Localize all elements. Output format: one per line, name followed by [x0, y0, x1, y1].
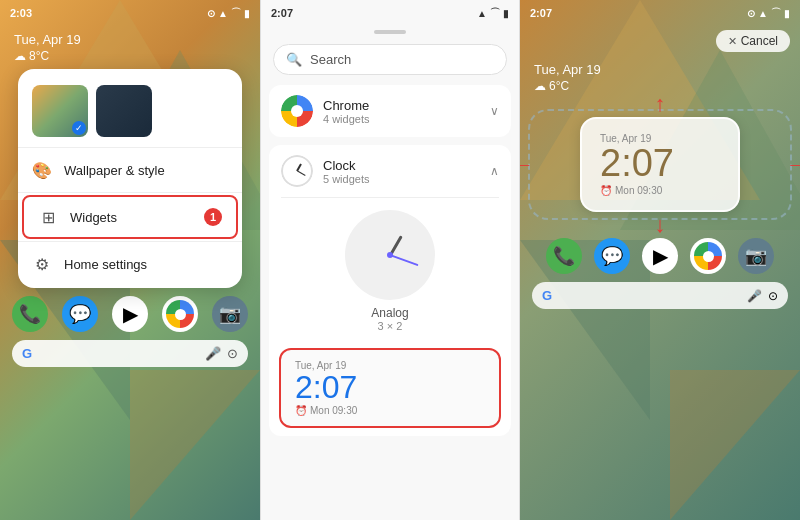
context-menu: ✓ 🎨 Wallpaper & style ⊞ Widgets 1 ⚙ Home…	[18, 69, 242, 288]
p3-notif-icon: ⊙	[747, 8, 755, 19]
p3-mic-icon[interactable]: 🎤	[747, 289, 762, 303]
clock-row-count: 5 widgets	[323, 173, 490, 185]
p3-dock-camera[interactable]: 📷	[738, 238, 774, 274]
alarm-icon: ⏰	[295, 405, 307, 416]
arrow-right-icon: →	[786, 154, 800, 176]
chrome-chevron-icon: ∨	[490, 104, 499, 118]
panel3-status-bar: 2:07 ⊙ ▲ ⌒ ▮	[520, 0, 800, 24]
p3-dock-phone[interactable]: 📞	[546, 238, 582, 274]
digital-clock-widget[interactable]: Tue, Apr 19 2:07 ⏰ Mon 09:30	[279, 348, 501, 428]
panel1-status-bar: 2:03 ⊙ ▲ ⌒ ▮	[0, 0, 260, 24]
panel2-widget-picker: 2:07 ▲ ⌒ ▮ 🔍 Search Chrome 4 widgets ∨	[260, 0, 520, 520]
menu-item-widgets[interactable]: ⊞ Widgets 1	[22, 195, 238, 239]
p3-lens-icon[interactable]: ⊙	[768, 289, 778, 303]
dcw-alarm: ⏰ Mon 09:30	[295, 405, 357, 416]
dock-phone-icon[interactable]: 📞	[12, 296, 48, 332]
p3-google-g-icon: G	[542, 288, 552, 303]
chrome-widget-row[interactable]: Chrome 4 widgets ∨	[269, 85, 511, 137]
analog-center-dot	[387, 252, 393, 258]
p2-signal-icon: ▲	[477, 8, 487, 19]
panel1-homescreen: 2:03 ⊙ ▲ ⌒ ▮ Tue, Apr 19 ☁ 8°C ✓	[0, 0, 260, 520]
p2-wifi-icon: ⌒	[490, 6, 500, 20]
dcw-alarm-text: Mon 09:30	[310, 405, 357, 416]
clock-chevron-icon: ∧	[490, 164, 499, 178]
cancel-bar: ✕ Cancel	[520, 24, 800, 56]
p3-dock-messages[interactable]: 💬	[594, 238, 630, 274]
panel2-handle	[374, 30, 406, 34]
dock-messages-icon[interactable]: 💬	[62, 296, 98, 332]
analog-clock-widget[interactable]: Analog 3 × 2	[269, 198, 511, 340]
wallpaper-thumb-geo[interactable]: ✓	[32, 85, 88, 137]
panel1-weather: ☁ 8°C	[14, 49, 246, 63]
panel1-date: Tue, Apr 19	[14, 32, 246, 47]
p2-battery-icon: ▮	[503, 8, 509, 19]
wallpaper-label: Wallpaper & style	[64, 163, 228, 178]
clock-widget-section: Clock 5 widgets ∧ Analog 3 × 2 Tue, Apr …	[269, 145, 511, 436]
cancel-x-icon: ✕	[728, 35, 737, 48]
wallpaper-selected-check: ✓	[72, 121, 86, 135]
panel2-search-bar[interactable]: 🔍 Search	[273, 44, 507, 75]
widgets-label: Widgets	[70, 210, 192, 225]
panel3-status-icons: ⊙ ▲ ⌒ ▮	[747, 6, 790, 20]
lens-icon[interactable]: ⊙	[227, 346, 238, 361]
menu-divider-3	[18, 241, 242, 242]
settings-icon: ⚙	[32, 254, 52, 274]
dcw-time: 2:07	[295, 371, 357, 403]
panel1-search-container: G 🎤 ⊙	[12, 340, 248, 367]
widget-placement-area: ↑ ↓ ← → Tue, Apr 19 2:07 ⏰ Mon 09:30	[536, 117, 784, 212]
wallpaper-thumb-dark[interactable]	[96, 85, 152, 137]
signal-icon: ▲	[218, 8, 228, 19]
menu-item-wallpaper[interactable]: 🎨 Wallpaper & style	[18, 150, 242, 190]
notification-icon: ⊙	[207, 8, 215, 19]
panel1-date-weather: Tue, Apr 19 ☁ 8°C	[0, 24, 260, 69]
cancel-button[interactable]: ✕ Cancel	[716, 30, 790, 52]
p3-cloud-icon: ☁	[534, 79, 546, 93]
panel3-search-bar[interactable]: G 🎤 ⊙	[532, 282, 788, 309]
battery-icon: ▮	[244, 8, 250, 19]
panel2-time: 2:07	[271, 7, 293, 19]
mic-icon[interactable]: 🎤	[205, 346, 221, 361]
p3-wifi-icon: ⌒	[771, 6, 781, 20]
placement-outline	[528, 109, 792, 220]
dock-play-icon[interactable]: ▶	[112, 296, 148, 332]
wallpaper-row: ✓	[18, 73, 242, 145]
dock-camera-icon[interactable]: 📷	[212, 296, 248, 332]
p2-search-icon: 🔍	[286, 52, 302, 67]
panel2-status-bar: 2:07 ▲ ⌒ ▮	[261, 0, 519, 24]
clock-widget-row[interactable]: Clock 5 widgets ∧	[269, 145, 511, 197]
p3-dock-play[interactable]: ▶	[642, 238, 678, 274]
chrome-row-info: Chrome 4 widgets	[323, 98, 490, 125]
panel3-dock: 📞 💬 ▶ 📷	[520, 232, 800, 278]
clock-row-name: Clock	[323, 158, 490, 173]
panel3-date: Tue, Apr 19	[534, 62, 786, 77]
p3-dock-chrome[interactable]	[690, 238, 726, 274]
panel1-search-bar[interactable]: G 🎤 ⊙	[12, 340, 248, 367]
arrow-left-icon: ←	[520, 154, 534, 176]
p2-search-text: Search	[310, 52, 351, 67]
panel1-dock: 📞 💬 ▶ 📷	[0, 288, 260, 336]
clock-row-info: Clock 5 widgets	[323, 158, 490, 185]
settings-label: Home settings	[64, 257, 228, 272]
menu-divider-1	[18, 147, 242, 148]
menu-item-settings[interactable]: ⚙ Home settings	[18, 244, 242, 284]
analog-size: 3 × 2	[378, 320, 403, 332]
analog-minute-hand	[390, 254, 419, 266]
cancel-label: Cancel	[741, 34, 778, 48]
clock-row-icon	[281, 155, 313, 187]
dock-chrome-icon[interactable]	[162, 296, 198, 332]
chrome-widget-section: Chrome 4 widgets ∨	[269, 85, 511, 137]
panel3-widget-placement: 2:07 ⊙ ▲ ⌒ ▮ ✕ Cancel Tue, Apr 19 ☁ 6°C …	[520, 0, 800, 520]
panel2-status-icons: ▲ ⌒ ▮	[477, 6, 509, 20]
google-g-icon: G	[22, 346, 32, 361]
analog-clock-face	[345, 210, 435, 300]
wifi-icon: ⌒	[231, 6, 241, 20]
chrome-row-count: 4 widgets	[323, 113, 490, 125]
arrow-up-icon: ↑	[655, 93, 666, 115]
widgets-icon: ⊞	[38, 207, 58, 227]
chrome-row-name: Chrome	[323, 98, 490, 113]
p3-battery-icon: ▮	[784, 8, 790, 19]
menu-divider-2	[18, 192, 242, 193]
wallpaper-icon: 🎨	[32, 160, 52, 180]
panel1-time: 2:03	[10, 7, 32, 19]
cloud-icon: ☁	[14, 49, 26, 63]
